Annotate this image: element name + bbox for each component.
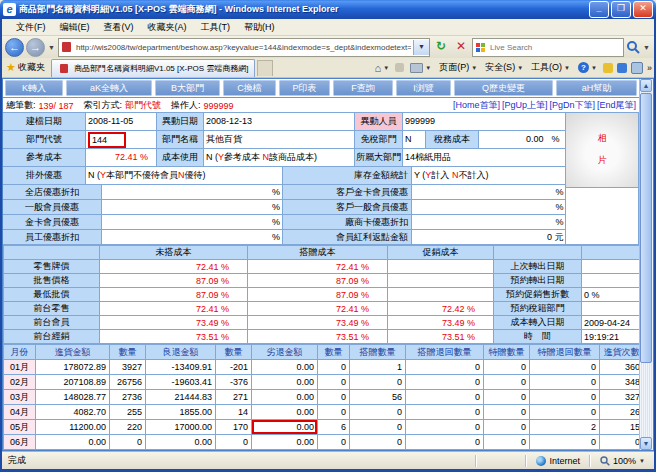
- print-report-button[interactable]: P印表: [279, 80, 330, 96]
- search-box[interactable]: [472, 38, 624, 57]
- scroll-up-icon[interactable]: ▲: [640, 79, 652, 92]
- cost-table: 未搭成本搭贈成本促銷成本零售牌價72.41 %72.41 %上次轉出日期批售價格…: [3, 245, 639, 344]
- nav-pgup-link[interactable]: [PgUp上筆]: [502, 99, 548, 112]
- cost-use-value: N (Y參考成本 N該商品成本): [203, 148, 355, 167]
- cost-cell: 72.41 %: [248, 302, 388, 316]
- menu-edit[interactable]: 编辑(E): [54, 20, 96, 35]
- menu-file[interactable]: 文件(F): [10, 20, 52, 35]
- cost-row-label: 最低批價: [4, 288, 100, 302]
- general-member-label: 一般會員優惠: [3, 199, 102, 215]
- vertical-scrollbar[interactable]: ▲ ▼: [639, 79, 653, 450]
- zoom-dropdown-icon[interactable]: ▼: [639, 458, 645, 464]
- minimize-button[interactable]: _: [589, 1, 609, 18]
- snapshot-icon[interactable]: [631, 62, 643, 74]
- monthly-col-header: 搭贈退回數量: [406, 345, 484, 360]
- monthly-cell: 360: [600, 360, 640, 375]
- title-bar: e 商品部門名稱資料明細V1.05 [X-POS 雲端商務網] - Window…: [0, 0, 656, 19]
- menu-view[interactable]: 查看(V): [98, 20, 140, 35]
- back-button[interactable]: ←: [5, 38, 24, 57]
- switch-file-button[interactable]: C換檔: [223, 80, 276, 96]
- stop-icon[interactable]: ✕: [452, 38, 470, 56]
- forward-button[interactable]: →: [26, 38, 45, 57]
- exclusion-value: N (Y本部門不優待會員N優待): [85, 166, 283, 185]
- new-tab-button[interactable]: [257, 60, 273, 76]
- monthly-col-header: 數量: [318, 345, 350, 360]
- messenger-icon[interactable]: [617, 63, 627, 73]
- cost-row-label: 前台會員: [4, 316, 100, 330]
- gold-card-customer-value: %: [411, 184, 566, 200]
- monthly-row: 01月178072.893927-13409.91-2010.000100036…: [4, 360, 640, 375]
- monthly-cell: 0: [484, 420, 530, 435]
- tax-cost-value: 0.00%: [478, 130, 566, 149]
- tab-favicon-icon: [60, 64, 68, 73]
- zoom-panel[interactable]: 100% ▼: [594, 456, 651, 466]
- recent-pages-icon[interactable]: ▼: [48, 44, 55, 51]
- nav-pgdn-link[interactable]: [PgDn下筆]: [549, 99, 595, 112]
- monthly-cell: 0: [530, 360, 600, 375]
- send-icon[interactable]: [603, 63, 613, 73]
- month-cell: 02月: [4, 375, 36, 390]
- overflow-chevron-icon[interactable]: »: [647, 63, 652, 73]
- cost-cell: 73.49 %: [248, 316, 388, 330]
- general-customer-label: 客戶一般會員優惠: [282, 199, 412, 215]
- help-menu[interactable]: ?▼: [576, 61, 599, 74]
- url-dropdown-icon[interactable]: ▼: [413, 40, 429, 55]
- restore-button[interactable]: ❐: [611, 1, 631, 18]
- photo-label: 相片: [598, 128, 607, 171]
- scroll-down-icon[interactable]: ▼: [640, 437, 652, 450]
- help-button[interactable]: aH幫助: [556, 80, 637, 96]
- tools-menu[interactable]: 工具(O)▼: [529, 60, 572, 75]
- active-tab[interactable]: 商品部門名稱資料明細V1.05 [X-POS 雲端商務網]: [51, 59, 255, 77]
- dept-code-value: 144: [85, 130, 157, 149]
- page-menu[interactable]: 页面(P)▼: [437, 60, 479, 75]
- query-button[interactable]: F查詢: [333, 80, 393, 96]
- menu-help[interactable]: 帮助(H): [238, 20, 281, 35]
- monthly-cell: 0.00: [252, 390, 318, 405]
- month-cell: 01月: [4, 360, 36, 375]
- dept-code-highlight: 144: [88, 132, 126, 148]
- tax-cost-label: 稅務成本: [425, 130, 479, 149]
- history-change-button[interactable]: Q歷史變更: [454, 80, 553, 96]
- cost-cell: 87.09 %: [248, 274, 388, 288]
- favorites-label[interactable]: 收藏夹: [18, 61, 45, 74]
- refresh-icon[interactable]: ↻: [432, 38, 450, 56]
- monthly-cell: 0: [318, 360, 350, 375]
- transfer-all-button[interactable]: aK全轉入: [66, 80, 152, 96]
- monthly-cell: 0: [530, 435, 600, 450]
- menu-tools[interactable]: 工具(T): [195, 20, 237, 35]
- cost-col-header: [4, 246, 100, 260]
- monthly-cell: 271: [216, 390, 252, 405]
- cost-col-header: [494, 246, 582, 260]
- close-button[interactable]: ✕: [633, 1, 653, 18]
- url-input[interactable]: [74, 42, 413, 53]
- home-button[interactable]: ⌂▼: [373, 61, 392, 75]
- transfer-in-button[interactable]: K轉入: [5, 80, 63, 96]
- monthly-col-header: 特贈數量: [484, 345, 530, 360]
- tax-free-label: 免稅部門: [354, 130, 403, 149]
- print-button[interactable]: ▼: [408, 62, 433, 74]
- created-date-value: 2008-11-05: [85, 112, 157, 131]
- feeds-icon[interactable]: [395, 63, 404, 72]
- search-input[interactable]: [488, 42, 623, 53]
- window-frame: 文件(F) 编辑(E) 查看(V) 收藏夹(A) 工具(T) 帮助(H) ← →…: [0, 19, 656, 472]
- nav-home-link[interactable]: [Home首筆]: [453, 99, 500, 112]
- big-department-button[interactable]: B大部門: [155, 80, 220, 96]
- cost-cell: 0 %: [582, 288, 640, 302]
- nav-end-link[interactable]: [End尾筆]: [597, 99, 636, 112]
- scrollbar-thumb[interactable]: [640, 93, 652, 363]
- safety-menu[interactable]: 安全(S)▼: [483, 60, 525, 75]
- monthly-cell: 0: [350, 405, 406, 420]
- menu-favorites[interactable]: 收藏夹(A): [142, 20, 193, 35]
- browse-button[interactable]: I浏覽: [396, 80, 451, 96]
- search-magnifier-icon[interactable]: [626, 40, 640, 54]
- cost-row-label: 前台經銷: [4, 330, 100, 344]
- monthly-cell: 1855.00: [146, 405, 216, 420]
- search-options-icon[interactable]: ▼: [643, 44, 650, 51]
- monthly-cell: -376: [216, 375, 252, 390]
- cost-row-label: 批售價格: [4, 274, 100, 288]
- monthly-cell: 0: [318, 435, 350, 450]
- operator-value: 999999: [204, 101, 234, 111]
- favorites-star-icon[interactable]: ★: [6, 61, 16, 74]
- url-field[interactable]: ▼: [58, 38, 430, 57]
- record-nav-links: [Home首筆] [PgUp上筆] [PgDn下筆] [End尾筆]: [453, 99, 636, 112]
